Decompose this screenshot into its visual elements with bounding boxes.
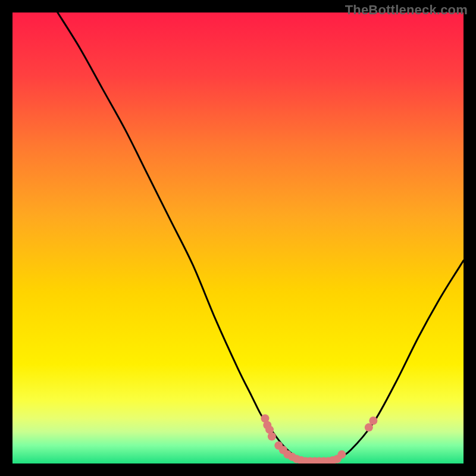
plot-frame [12, 12, 464, 464]
curve-marker [268, 433, 276, 441]
plot-svg [12, 12, 464, 464]
curve-marker [369, 416, 377, 425]
curve-marker [337, 450, 346, 459]
gradient-background [12, 12, 464, 464]
curve-marker [365, 423, 373, 431]
chart-stage: TheBottleneck.com [0, 0, 476, 476]
watermark-text: TheBottleneck.com [345, 2, 468, 18]
